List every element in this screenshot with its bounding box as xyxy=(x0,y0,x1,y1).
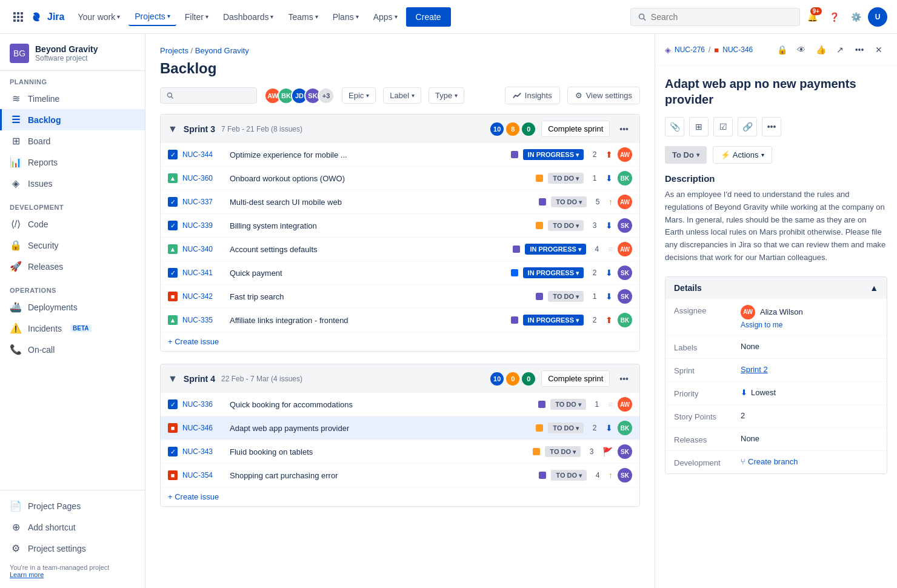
thumbsup-icon[interactable]: 👍 xyxy=(812,41,829,58)
sidebar-item-oncall[interactable]: 📞 On-call xyxy=(0,339,145,360)
detail-panel: ◈ NUC-276 / ■ NUC-346 🔒 👁 👍 ↗ ••• ✕ xyxy=(655,34,897,588)
sidebar-item-backlog[interactable]: ☰ Backlog xyxy=(0,109,145,130)
detail-current-link[interactable]: NUC-346 xyxy=(722,45,753,54)
view-settings-button[interactable]: ⚙ View settings xyxy=(567,87,640,104)
sprint4-toggle[interactable]: ▼ xyxy=(168,373,178,384)
filter-menu[interactable]: Filter ▾ xyxy=(179,8,215,25)
status-button[interactable]: To Do ▾ xyxy=(665,146,707,164)
issue-status-todo[interactable]: TO DO ▾ xyxy=(551,196,587,207)
sidebar-item-code[interactable]: ⟨/⟩ Code xyxy=(0,213,145,235)
insights-button[interactable]: Insights xyxy=(505,87,560,104)
issue-row-nuc342[interactable]: ■ NUC-342 Fast trip search TO DO ▾ 1 ⬇ S… xyxy=(161,285,639,309)
projects-menu[interactable]: Projects ▾ xyxy=(128,8,176,26)
issue-status-todo[interactable]: TO DO ▾ xyxy=(551,470,587,481)
issue-status-inprogress[interactable]: IN PROGRESS ▾ xyxy=(523,315,584,326)
search-bar[interactable] xyxy=(630,8,800,26)
help-button[interactable]: ❓ xyxy=(824,7,844,27)
sidebar-item-add-shortcut[interactable]: ⊕ Add shortcut xyxy=(0,516,145,538)
learn-more-link[interactable]: Learn more xyxy=(10,571,44,578)
sprint4-complete-button[interactable]: Complete sprint xyxy=(541,370,610,387)
issue-avatar: AW xyxy=(618,242,632,256)
issue-points: 2 xyxy=(589,150,601,159)
assignee-value: AW Aliza Wilson Assign to me xyxy=(741,305,878,329)
sprint4-more-button[interactable]: ••• xyxy=(616,373,632,385)
create-button[interactable]: Create xyxy=(406,7,451,27)
plans-menu[interactable]: Plans ▾ xyxy=(327,8,365,25)
backlog-search[interactable] xyxy=(160,87,257,104)
breadcrumb-projects[interactable]: Projects xyxy=(160,46,188,55)
breadcrumb-beyond-gravity[interactable]: Beyond Gravity xyxy=(195,46,249,55)
sidebar-item-issues[interactable]: ◈ Issues xyxy=(0,173,145,194)
sprint3-create-issue[interactable]: + Create issue xyxy=(161,332,639,351)
issue-row-nuc343[interactable]: ✓ NUC-343 Fluid booking on tablets TO DO… xyxy=(161,440,639,464)
teams-menu[interactable]: Teams ▾ xyxy=(282,8,324,25)
more-options-icon[interactable]: ••• xyxy=(762,117,781,136)
sidebar-item-timeline[interactable]: ≋ Timeline xyxy=(0,88,145,109)
user-avatar[interactable]: U xyxy=(868,7,887,27)
watch-icon[interactable]: 👁 xyxy=(793,41,810,58)
create-branch-link[interactable]: ⑂ Create branch xyxy=(741,457,878,466)
sprint-value[interactable]: Sprint 2 xyxy=(741,365,878,374)
issue-status-todo[interactable]: TO DO ▾ xyxy=(550,399,586,410)
issue-status-inprogress[interactable]: IN PROGRESS ▾ xyxy=(523,267,584,278)
sprint3-more-button[interactable]: ••• xyxy=(616,123,632,135)
issue-row-nuc335[interactable]: ▲ NUC-335 Affiliate links integration - … xyxy=(161,309,639,332)
epic-filter[interactable]: Epic ▾ xyxy=(342,87,376,104)
issue-row-nuc346[interactable]: ■ NUC-346 Adapt web app payments provide… xyxy=(161,416,639,440)
more-icon[interactable]: ••• xyxy=(851,41,868,58)
issue-row-nuc360[interactable]: ▲ NUC-360 Onboard workout options (OWO) … xyxy=(161,167,639,190)
dashboards-menu[interactable]: Dashboards ▾ xyxy=(217,8,280,25)
sprint4-block: ▼ Sprint 4 22 Feb - 7 Mar (4 issues) 10 … xyxy=(160,364,640,507)
apps-menu[interactable]: Apps ▾ xyxy=(367,8,404,25)
close-icon[interactable]: ✕ xyxy=(870,41,887,58)
grid-icon[interactable] xyxy=(10,8,27,25)
your-work-menu[interactable]: Your work ▾ xyxy=(72,8,126,25)
share-icon[interactable]: ↗ xyxy=(832,41,849,58)
issue-status-todo[interactable]: TO DO ▾ xyxy=(548,173,584,184)
sidebar-item-project-settings[interactable]: ⚙ Project settings xyxy=(0,538,145,559)
sidebar-item-security[interactable]: 🔒 Security xyxy=(0,235,145,256)
issue-status-todo[interactable]: TO DO ▾ xyxy=(548,291,584,302)
issue-status-inprogress[interactable]: IN PROGRESS ▾ xyxy=(525,244,585,255)
sidebar-item-deployments[interactable]: 🚢 Deployments xyxy=(0,296,145,318)
issue-row-nuc339[interactable]: ✓ NUC-339 Billing system integration TO … xyxy=(161,214,639,238)
child-issues-icon[interactable]: ⊞ xyxy=(689,117,709,136)
sidebar-item-releases[interactable]: 🚀 Releases xyxy=(0,256,145,277)
sidebar-item-project-pages[interactable]: 📄 Project Pages xyxy=(0,495,145,516)
issue-status-todo[interactable]: TO DO ▾ xyxy=(548,423,584,433)
issue-status-todo[interactable]: TO DO ▾ xyxy=(548,220,584,231)
checklist-icon[interactable]: ☑ xyxy=(713,117,733,136)
avatar-more[interactable]: +3 xyxy=(318,87,335,104)
link-icon[interactable]: 🔗 xyxy=(738,117,757,136)
sidebar-item-reports[interactable]: 📊 Reports xyxy=(0,152,145,173)
issue-row-nuc336[interactable]: ✓ NUC-336 Quick booking for accommodatio… xyxy=(161,393,639,416)
details-header[interactable]: Details ▲ xyxy=(665,277,887,299)
search-input[interactable] xyxy=(651,12,792,22)
operations-label: OPERATIONS xyxy=(0,287,145,296)
issue-row-nuc337[interactable]: ✓ NUC-337 Multi-dest search UI mobile we… xyxy=(161,190,639,214)
settings-button[interactable]: ⚙️ xyxy=(846,7,865,27)
jira-logo[interactable]: Jira xyxy=(29,10,64,24)
lock-icon[interactable]: 🔒 xyxy=(773,41,790,58)
label-filter[interactable]: Label ▾ xyxy=(383,87,421,104)
footer-text: You're in a team-managed project Learn m… xyxy=(0,559,145,583)
issue-avatar: SK xyxy=(618,468,632,483)
issue-status-inprogress[interactable]: IN PROGRESS ▾ xyxy=(523,149,584,160)
actions-button[interactable]: ⚡ Actions ▾ xyxy=(713,146,772,164)
notifications-button[interactable]: 🔔 9+ xyxy=(802,7,822,27)
assign-me-link[interactable]: Assign to me xyxy=(741,321,878,329)
sprint4-create-issue[interactable]: + Create issue xyxy=(161,487,639,506)
sprint3-complete-button[interactable]: Complete sprint xyxy=(541,121,610,137)
issue-row-nuc354[interactable]: ■ NUC-354 Shopping cart purchasing error… xyxy=(161,464,639,487)
issue-row-nuc340[interactable]: ▲ NUC-340 Account settings defaults IN P… xyxy=(161,238,639,261)
sidebar-item-incidents[interactable]: ⚠️ Incidents BETA xyxy=(0,318,145,339)
issue-row-nuc344[interactable]: ✓ NUC-344 Optimize experience for mobile… xyxy=(161,143,639,167)
issue-status-todo[interactable]: TO DO ▾ xyxy=(545,446,581,457)
attachment-icon[interactable]: 📎 xyxy=(665,117,684,136)
type-filter[interactable]: Type ▾ xyxy=(428,87,464,104)
sprint3-toggle[interactable]: ▼ xyxy=(168,124,178,135)
issue-row-nuc341[interactable]: ✓ NUC-341 Quick payment IN PROGRESS ▾ 2 … xyxy=(161,261,639,285)
detail-parent-link[interactable]: NUC-276 xyxy=(675,45,705,54)
sidebar-item-board[interactable]: ⊞ Board xyxy=(0,130,145,152)
backlog-search-input[interactable] xyxy=(178,91,250,100)
